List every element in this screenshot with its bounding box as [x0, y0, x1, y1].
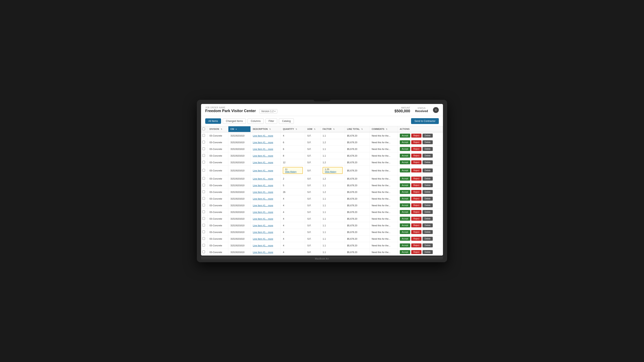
- close-button[interactable]: ×: [433, 107, 439, 113]
- tab-changed-items[interactable]: Changed Items: [223, 118, 246, 124]
- description-link[interactable]: Line Item #1... more: [253, 251, 273, 253]
- reject-button[interactable]: Reject: [411, 183, 421, 187]
- reject-button[interactable]: Reject: [411, 197, 421, 201]
- accept-button[interactable]: Accept: [400, 223, 410, 227]
- row-checkbox[interactable]: [202, 184, 205, 187]
- delete-button[interactable]: Delete: [422, 203, 433, 207]
- delete-button[interactable]: Delete: [422, 190, 433, 194]
- accept-button[interactable]: Accept: [400, 160, 410, 164]
- reject-button[interactable]: Reject: [411, 217, 421, 221]
- accept-button[interactable]: Accept: [400, 197, 410, 201]
- description-link[interactable]: Line Item #1... more: [253, 184, 273, 187]
- delete-button[interactable]: Delete: [422, 250, 433, 254]
- delete-button[interactable]: Delete: [422, 134, 433, 138]
- delete-button[interactable]: Delete: [422, 160, 433, 164]
- row-checkbox[interactable]: [202, 134, 205, 137]
- tab-all-items[interactable]: All Items: [205, 118, 221, 124]
- description-link[interactable]: Line Item #1... more: [253, 218, 273, 220]
- view-history-link[interactable]: View History: [285, 170, 301, 173]
- send-to-contractor-button[interactable]: Send to Contractor: [411, 118, 439, 124]
- reject-button[interactable]: Reject: [411, 134, 421, 138]
- accept-button[interactable]: Accept: [400, 147, 410, 151]
- row-checkbox[interactable]: [202, 169, 205, 171]
- delete-button[interactable]: Delete: [422, 176, 433, 180]
- description-link[interactable]: Line Item #1... more: [253, 191, 273, 193]
- delete-button[interactable]: Delete: [422, 210, 433, 214]
- description-link[interactable]: Line Item #1... more: [253, 154, 273, 157]
- row-checkbox[interactable]: [202, 161, 205, 163]
- delete-button[interactable]: Delete: [422, 197, 433, 201]
- row-checkbox[interactable]: [202, 204, 205, 207]
- reject-button[interactable]: Reject: [411, 147, 421, 151]
- factor-view-history-link[interactable]: View History: [325, 170, 340, 173]
- row-checkbox[interactable]: [202, 224, 205, 227]
- tab-columns[interactable]: Columns: [248, 118, 264, 124]
- reject-button[interactable]: Reject: [411, 203, 421, 207]
- version-dropdown[interactable]: Version 1.2 ▾: [259, 109, 277, 113]
- delete-button[interactable]: Delete: [422, 243, 433, 247]
- reject-button[interactable]: Reject: [411, 210, 421, 214]
- delete-button[interactable]: Delete: [422, 147, 433, 151]
- delete-button[interactable]: Delete: [422, 237, 433, 241]
- description-link[interactable]: Line Item #1... more: [253, 231, 273, 233]
- row-checkbox[interactable]: [202, 191, 205, 193]
- row-checkbox[interactable]: [202, 197, 205, 200]
- description-link[interactable]: Line Item #1... more: [253, 134, 273, 137]
- accept-button[interactable]: Accept: [400, 203, 410, 207]
- reject-button[interactable]: Reject: [411, 176, 421, 180]
- reject-button[interactable]: Reject: [411, 168, 421, 172]
- tab-filter[interactable]: Filter: [266, 118, 277, 124]
- description-link[interactable]: Line Item #1... more: [253, 148, 273, 150]
- accept-button[interactable]: Accept: [400, 237, 410, 241]
- accept-button[interactable]: Accept: [400, 168, 410, 172]
- row-checkbox[interactable]: [202, 244, 205, 247]
- description-link[interactable]: Line Item #1... more: [253, 224, 273, 227]
- delete-button[interactable]: Delete: [422, 183, 433, 187]
- accept-button[interactable]: Accept: [400, 140, 410, 144]
- accept-button[interactable]: Accept: [400, 250, 410, 254]
- reject-button[interactable]: Reject: [411, 230, 421, 234]
- delete-button[interactable]: Delete: [422, 230, 433, 234]
- reject-button[interactable]: Reject: [411, 190, 421, 194]
- reject-button[interactable]: Reject: [411, 250, 421, 254]
- reject-button[interactable]: Reject: [411, 243, 421, 247]
- delete-button[interactable]: Delete: [422, 154, 433, 158]
- delete-button[interactable]: Delete: [422, 140, 433, 144]
- accept-button[interactable]: Accept: [400, 176, 410, 180]
- accept-button[interactable]: Accept: [400, 134, 410, 138]
- description-link[interactable]: Line Item #1... more: [253, 141, 273, 144]
- description-link[interactable]: Line Item #1... more: [253, 211, 273, 213]
- accept-button[interactable]: Accept: [400, 183, 410, 187]
- tab-catalog[interactable]: Catalog: [279, 118, 294, 124]
- row-checkbox[interactable]: [202, 147, 205, 150]
- row-checkbox[interactable]: [202, 231, 205, 233]
- description-link[interactable]: Line Item #1... more: [253, 238, 273, 240]
- accept-button[interactable]: Accept: [400, 190, 410, 194]
- description-link[interactable]: Line Item #1... more: [253, 169, 273, 172]
- accept-button[interactable]: Accept: [400, 217, 410, 221]
- accept-button[interactable]: Accept: [400, 154, 410, 158]
- description-link[interactable]: Line Item #1... more: [253, 244, 273, 247]
- delete-button[interactable]: Delete: [422, 223, 433, 227]
- description-link[interactable]: Line Item #1... more: [253, 204, 273, 207]
- reject-button[interactable]: Reject: [411, 237, 421, 241]
- accept-button[interactable]: Accept: [400, 210, 410, 214]
- select-all-checkbox[interactable]: [202, 128, 205, 130]
- row-checkbox[interactable]: [202, 211, 205, 213]
- row-checkbox[interactable]: [202, 177, 205, 180]
- row-checkbox[interactable]: [202, 217, 205, 220]
- delete-button[interactable]: Delete: [422, 217, 433, 221]
- reject-button[interactable]: Reject: [411, 223, 421, 227]
- row-checkbox[interactable]: [202, 154, 205, 157]
- description-link[interactable]: Line Item #1... more: [253, 177, 273, 180]
- reject-button[interactable]: Reject: [411, 160, 421, 164]
- row-checkbox[interactable]: [202, 237, 205, 240]
- reject-button[interactable]: Reject: [411, 140, 421, 144]
- description-link[interactable]: Line Item #1... more: [253, 161, 273, 164]
- row-checkbox[interactable]: [202, 251, 205, 253]
- accept-button[interactable]: Accept: [400, 243, 410, 247]
- row-checkbox[interactable]: [202, 141, 205, 143]
- delete-button[interactable]: Delete: [422, 168, 433, 172]
- description-link[interactable]: Line Item #1... more: [253, 198, 273, 200]
- accept-button[interactable]: Accept: [400, 230, 410, 234]
